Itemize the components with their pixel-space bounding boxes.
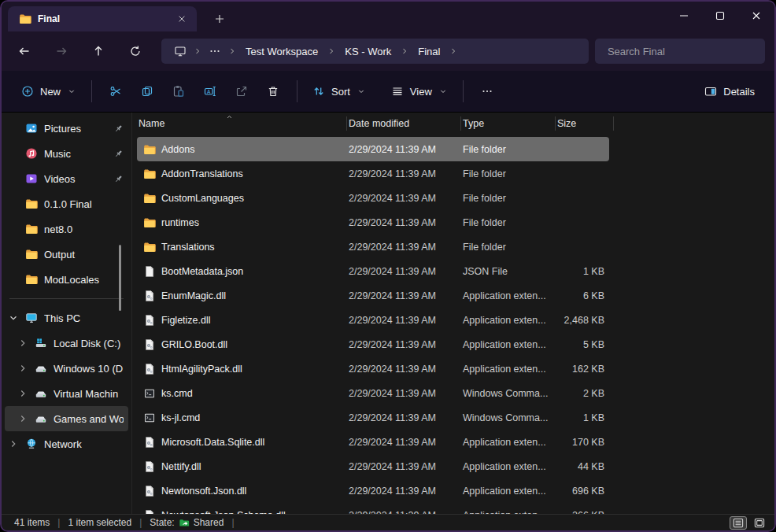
chevron-down-icon xyxy=(67,87,76,96)
sidebar-item-this-pc[interactable]: This PC xyxy=(5,305,128,331)
file-name: runtimes xyxy=(161,217,199,228)
tab-close-button[interactable] xyxy=(173,10,190,28)
back-button[interactable] xyxy=(9,38,39,65)
search-box[interactable] xyxy=(595,39,765,64)
search-input[interactable] xyxy=(595,46,765,57)
file-name-cell: ks.cmd xyxy=(137,387,347,400)
sidebar-separator xyxy=(9,298,124,299)
folder-icon xyxy=(143,192,156,205)
folder-icon xyxy=(25,198,38,210)
file-row[interactable]: HtmlAgilityPack.dll2/29/2024 11:39 AMApp… xyxy=(137,357,609,381)
sidebar-item-games-and-wo[interactable]: Games and Wo xyxy=(5,406,128,431)
toolbar-divider xyxy=(463,80,464,102)
file-row[interactable]: Nettify.dll2/29/2024 11:39 AMApplication… xyxy=(137,454,609,478)
breadcrumb-segment[interactable]: Final xyxy=(411,43,447,60)
column-header-size[interactable]: Size xyxy=(556,113,614,135)
new-button[interactable]: New xyxy=(14,77,83,105)
paste-button[interactable] xyxy=(163,77,194,105)
details-view-toggle[interactable] xyxy=(730,516,747,530)
breadcrumb-segments: Test WorkspaceKS - WorkFinal xyxy=(227,43,458,60)
sidebar-item-local-disk-c[interactable]: Local Disk (C:) xyxy=(5,331,128,356)
sidebar-item-music[interactable]: Music xyxy=(5,141,128,166)
forward-button[interactable] xyxy=(46,38,76,65)
file-name-cell: runtimes xyxy=(137,216,347,229)
toolbar-divider xyxy=(297,80,297,102)
sidebar-item-0-1-0-final[interactable]: 0.1.0 Final xyxy=(5,191,128,216)
rename-icon: A xyxy=(204,85,216,98)
sidebar-item-modlocales[interactable]: ModLocales xyxy=(5,267,128,292)
new-tab-button[interactable] xyxy=(211,10,228,28)
share-button[interactable] xyxy=(226,77,257,105)
file-row[interactable]: EnumMagic.dll2/29/2024 11:39 AMApplicati… xyxy=(137,283,609,308)
refresh-button[interactable] xyxy=(120,38,150,65)
chevron-down-icon xyxy=(438,87,448,96)
sidebar-item-network[interactable]: Network xyxy=(5,431,128,456)
status-divider: | xyxy=(139,517,142,528)
column-header-type[interactable]: Type xyxy=(461,113,556,135)
content-area: PicturesMusicVideos0.1.0 Finalnet8.0Outp… xyxy=(2,113,774,514)
file-row[interactable]: AddonTranslations2/29/2024 11:39 AMFile … xyxy=(137,161,609,186)
copy-icon xyxy=(141,85,153,98)
chevron-right-icon xyxy=(227,46,237,56)
navigation-pane: PicturesMusicVideos0.1.0 Finalnet8.0Outp… xyxy=(2,113,131,514)
file-row[interactable]: ks.cmd2/29/2024 11:39 AMWindows Comma...… xyxy=(137,381,609,405)
maximize-button[interactable] xyxy=(702,2,738,30)
file-size: 6 KB xyxy=(556,290,609,301)
file-name-cell: GRILO.Boot.dll xyxy=(137,338,347,351)
up-button[interactable] xyxy=(83,38,113,65)
file-row[interactable]: Addons2/29/2024 11:39 AMFile folder xyxy=(137,137,609,161)
copy-button[interactable] xyxy=(131,77,163,105)
file-row[interactable]: Translations2/29/2024 11:39 AMFile folde… xyxy=(137,235,609,259)
view-button[interactable]: View xyxy=(384,77,455,105)
file-name-cell: BootMetadata.json xyxy=(137,265,347,278)
sidebar-item-output[interactable]: Output xyxy=(5,242,128,267)
breadcrumb-overflow-button[interactable] xyxy=(204,43,226,59)
title-bar: Final xyxy=(2,2,774,31)
close-icon xyxy=(177,14,187,24)
minimize-icon xyxy=(678,9,690,22)
file-row[interactable]: Microsoft.Data.Sqlite.dll2/29/2024 11:39… xyxy=(137,430,609,454)
cut-button[interactable] xyxy=(100,77,131,105)
sidebar-item-windows-10-d[interactable]: Windows 10 (D xyxy=(5,356,128,381)
chevron-right-icon xyxy=(17,338,28,349)
column-header-name[interactable]: Name xyxy=(137,113,347,135)
breadcrumb-segment[interactable]: KS - Work xyxy=(338,43,398,60)
chevron-right-icon xyxy=(193,46,202,56)
sidebar-item-net8-0[interactable]: net8.0 xyxy=(5,216,128,242)
file-row[interactable]: GRILO.Boot.dll2/29/2024 11:39 AMApplicat… xyxy=(137,332,609,357)
breadcrumb-segment[interactable]: Test Workspace xyxy=(238,43,325,60)
breadcrumb-root-this-pc[interactable] xyxy=(169,43,191,59)
column-header-date-modified[interactable]: Date modified xyxy=(347,113,461,135)
tab-final[interactable]: Final xyxy=(8,6,197,31)
sidebar-item-videos[interactable]: Videos xyxy=(5,166,128,191)
file-row[interactable]: CustomLanguages2/29/2024 11:39 AMFile fo… xyxy=(137,186,609,210)
cut-icon xyxy=(109,85,122,98)
sidebar-item-pictures[interactable]: Pictures xyxy=(5,116,128,141)
drive-icon xyxy=(35,412,47,425)
details-pane-button[interactable]: Details xyxy=(697,77,762,105)
minimize-button[interactable] xyxy=(666,2,702,30)
status-bar: 41 items | 1 item selected | State: Shar… xyxy=(2,514,774,530)
sidebar-item-label: 0.1.0 Final xyxy=(44,198,124,210)
file-row[interactable]: BootMetadata.json2/29/2024 11:39 AMJSON … xyxy=(137,259,609,283)
state-label: State: xyxy=(150,517,174,528)
sidebar-item-virtual-machin[interactable]: Virtual Machin xyxy=(5,381,128,406)
close-button[interactable] xyxy=(738,2,774,30)
sort-button[interactable]: Sort xyxy=(305,77,373,105)
rename-button[interactable]: A xyxy=(194,77,226,105)
file-name: Newtonsoft.Json.dll xyxy=(161,486,246,497)
music-icon xyxy=(25,147,38,160)
large-icons-view-toggle[interactable] xyxy=(751,516,768,530)
file-row[interactable]: Figletize.dll2/29/2024 11:39 AMApplicati… xyxy=(137,308,609,332)
file-row[interactable]: ks-jl.cmd2/29/2024 11:39 AMWindows Comma… xyxy=(137,405,609,430)
delete-button[interactable] xyxy=(257,77,289,105)
sidebar-scrollbar[interactable] xyxy=(119,245,121,311)
file-row[interactable]: runtimes2/29/2024 11:39 AMFile folder xyxy=(137,210,609,235)
file-row[interactable]: Newtonsoft.Json.dll2/29/2024 11:39 AMApp… xyxy=(137,478,609,503)
sidebar-item-label: Videos xyxy=(44,173,107,185)
selection-count: 1 item selected xyxy=(68,517,131,528)
column-resize-handle[interactable] xyxy=(613,116,614,131)
file-row[interactable]: Newtonsoft.Json.Schema.dll2/29/2024 11:3… xyxy=(137,503,609,514)
see-more-button[interactable] xyxy=(471,77,503,105)
chevron-right-icon xyxy=(327,46,336,56)
